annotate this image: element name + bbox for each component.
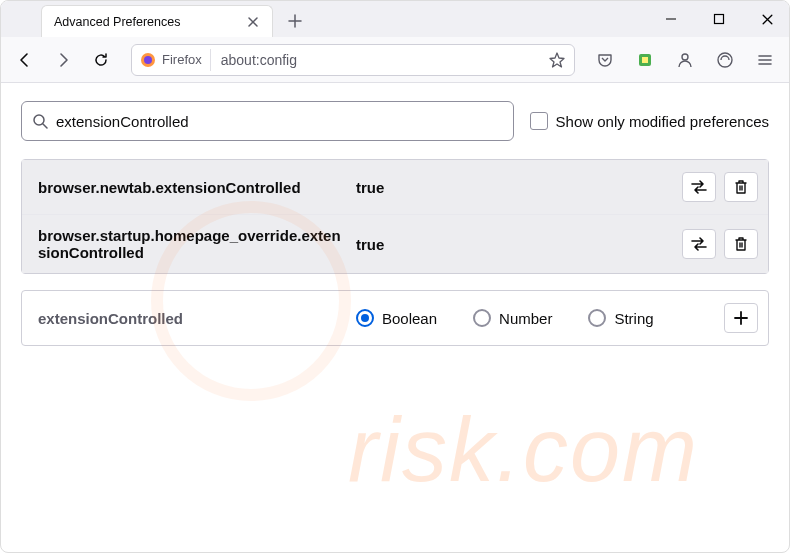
search-input[interactable] [56, 113, 503, 130]
search-row: Show only modified preferences [21, 101, 769, 141]
forward-button[interactable] [47, 44, 79, 76]
search-icon [32, 113, 48, 129]
pref-row[interactable]: browser.startup.homepage_override.extens… [22, 214, 768, 273]
account-icon[interactable] [669, 44, 701, 76]
titlebar: Advanced Preferences [1, 1, 789, 37]
add-button[interactable] [724, 303, 758, 333]
trash-icon [734, 179, 748, 195]
svg-point-2 [144, 56, 152, 64]
svg-rect-4 [642, 57, 648, 63]
about-config-content: Show only modified preferences browser.n… [1, 83, 789, 364]
toggle-button[interactable] [682, 229, 716, 259]
toggle-button[interactable] [682, 172, 716, 202]
radio-icon [473, 309, 491, 327]
pref-name: browser.newtab.extensionControlled [38, 179, 348, 196]
maximize-button[interactable] [705, 5, 733, 33]
svg-point-6 [718, 53, 732, 67]
plus-icon [734, 311, 748, 325]
show-modified-checkbox[interactable]: Show only modified preferences [530, 112, 769, 130]
new-tab-button[interactable] [281, 7, 309, 35]
extension-icon[interactable] [629, 44, 661, 76]
menu-icon[interactable] [749, 44, 781, 76]
new-pref-name: extensionControlled [38, 310, 348, 327]
back-button[interactable] [9, 44, 41, 76]
pref-name: browser.startup.homepage_override.extens… [38, 227, 348, 261]
checkbox-icon [530, 112, 548, 130]
delete-button[interactable] [724, 172, 758, 202]
preference-list: browser.newtab.extensionControlled true … [21, 159, 769, 274]
radio-boolean[interactable]: Boolean [356, 309, 437, 327]
svg-rect-0 [715, 15, 724, 24]
delete-button[interactable] [724, 229, 758, 259]
firefox-icon [140, 52, 156, 68]
radio-icon [356, 309, 374, 327]
radio-string[interactable]: String [588, 309, 653, 327]
tab-title: Advanced Preferences [54, 15, 238, 29]
browser-toolbar: Firefox about:config [1, 37, 789, 83]
checkbox-label-text: Show only modified preferences [556, 113, 769, 130]
minimize-button[interactable] [657, 5, 685, 33]
pref-value: true [356, 236, 674, 253]
radio-number[interactable]: Number [473, 309, 552, 327]
pocket-icon[interactable] [589, 44, 621, 76]
pref-value: true [356, 179, 674, 196]
new-pref-row: extensionControlled Boolean Number Strin… [21, 290, 769, 346]
svg-point-5 [682, 54, 688, 60]
url-bar[interactable]: Firefox about:config [131, 44, 575, 76]
browser-tab[interactable]: Advanced Preferences [41, 5, 273, 37]
window-controls [657, 1, 781, 37]
toggle-icon [690, 237, 708, 251]
search-box[interactable] [21, 101, 514, 141]
bookmark-star-icon[interactable] [548, 51, 566, 69]
downloads-icon[interactable] [709, 44, 741, 76]
identity-badge[interactable]: Firefox [140, 49, 211, 71]
url-text: about:config [221, 52, 297, 68]
reload-button[interactable] [85, 44, 117, 76]
toggle-icon [690, 180, 708, 194]
close-window-button[interactable] [753, 5, 781, 33]
identity-label: Firefox [162, 52, 202, 67]
type-radio-group: Boolean Number String [356, 309, 716, 327]
trash-icon [734, 236, 748, 252]
radio-icon [588, 309, 606, 327]
pref-row[interactable]: browser.newtab.extensionControlled true [22, 160, 768, 214]
close-tab-icon[interactable] [246, 15, 260, 29]
